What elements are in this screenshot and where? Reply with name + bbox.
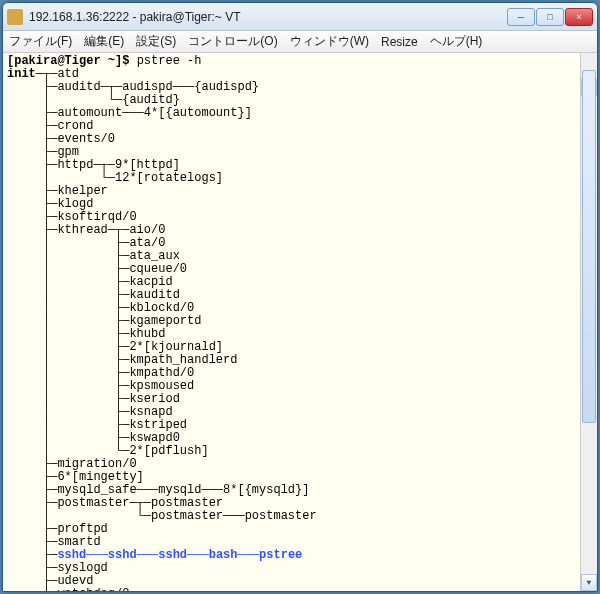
pstree-line: │ ├─ata/0	[7, 236, 165, 250]
pstree-line: │ ├─2*[kjournald]	[7, 340, 223, 354]
pstree-branch: ├─	[7, 548, 57, 562]
pstree-line: │ ├─kpsmoused	[7, 379, 194, 393]
vertical-scrollbar[interactable]: ▲ ▼	[580, 53, 597, 591]
pstree-line: ├─httpd─┬─9*[httpd]	[7, 158, 180, 172]
close-button[interactable]: ×	[565, 8, 593, 26]
window-title: 192.168.1.36:2222 - pakira@Tiger:~ VT	[29, 10, 507, 24]
pstree-line: ├─auditd─┬─audispd───{audispd}	[7, 80, 259, 94]
pstree-line: ├─mysqld_safe───mysqld───8*[{mysqld}]	[7, 483, 309, 497]
pstree-line: │ ├─kauditd	[7, 288, 180, 302]
pstree-line: │ └─{auditd}	[7, 93, 180, 107]
pstree-line: │ ├─kblockd/0	[7, 301, 194, 315]
pstree-line: │ ├─kgameportd	[7, 314, 201, 328]
scroll-track[interactable]	[581, 70, 597, 574]
pstree-line: │ ├─khubd	[7, 327, 165, 341]
tree-dash: ───	[238, 548, 260, 562]
menu-file[interactable]: ファイル(F)	[9, 33, 72, 50]
pstree-line: │ └─12*[rotatelogs]	[7, 171, 223, 185]
proc-sshd: sshd	[108, 548, 137, 562]
menu-bar: ファイル(F) 編集(E) 設定(S) コントロール(O) ウィンドウ(W) R…	[3, 31, 597, 53]
pstree-line: │ ├─kmpath_handlerd	[7, 353, 237, 367]
proc-sshd: sshd	[158, 548, 187, 562]
tree-dash: ───	[187, 548, 209, 562]
pstree-root: init	[7, 67, 36, 81]
pstree-line: ├─klogd	[7, 197, 93, 211]
menu-edit[interactable]: 編集(E)	[84, 33, 124, 50]
pstree-line: ├─gpm	[7, 145, 79, 159]
command: pstree -h	[137, 54, 202, 68]
pstree-line: ├─proftpd	[7, 522, 108, 536]
proc-pstree: pstree	[259, 548, 302, 562]
pstree-line: ├─smartd	[7, 535, 101, 549]
pstree-line: │ ├─kswapd0	[7, 431, 180, 445]
proc-sshd: sshd	[57, 548, 86, 562]
pstree-line: │ └─2*[pdflush]	[7, 444, 209, 458]
pstree-line: ├─syslogd	[7, 561, 108, 575]
pstree-line: ├─ksoftirqd/0	[7, 210, 137, 224]
pstree-line: │ ├─ksnapd	[7, 405, 173, 419]
pstree-line: │ ├─kacpid	[7, 275, 173, 289]
menu-window[interactable]: ウィンドウ(W)	[290, 33, 369, 50]
window-buttons: ─ □ ×	[507, 8, 593, 26]
pstree-line: ├─watchdog/0	[7, 587, 129, 591]
app-icon	[7, 9, 23, 25]
title-bar[interactable]: 192.168.1.36:2222 - pakira@Tiger:~ VT ─ …	[3, 3, 597, 31]
proc-bash: bash	[209, 548, 238, 562]
terminal-output[interactable]: [pakira@Tiger ~]$ pstree -h init─┬─atd ├…	[3, 53, 597, 591]
pstree-line: ├─migration/0	[7, 457, 137, 471]
pstree-line: ├─udevd	[7, 574, 93, 588]
menu-control[interactable]: コントロール(O)	[188, 33, 277, 50]
pstree-line: │ └─postmaster───postmaster	[7, 509, 317, 523]
tree-dash: ───	[137, 548, 159, 562]
pstree-line: │ ├─cqueue/0	[7, 262, 187, 276]
minimize-button[interactable]: ─	[507, 8, 535, 26]
pstree-line: ├─events/0	[7, 132, 115, 146]
pstree-line: ├─khelper	[7, 184, 108, 198]
maximize-button[interactable]: □	[536, 8, 564, 26]
menu-resize[interactable]: Resize	[381, 35, 418, 49]
app-window: 192.168.1.36:2222 - pakira@Tiger:~ VT ─ …	[2, 2, 598, 592]
pstree-line: │ ├─kseriod	[7, 392, 180, 406]
shell-prompt: [pakira@Tiger ~]$	[7, 54, 137, 68]
tree-dash: ───	[86, 548, 108, 562]
pstree-line: │ ├─kmpathd/0	[7, 366, 194, 380]
pstree-line: ├─crond	[7, 119, 93, 133]
menu-help[interactable]: ヘルプ(H)	[430, 33, 483, 50]
pstree-line: ├─postmaster─┬─postmaster	[7, 496, 223, 510]
scroll-thumb[interactable]	[582, 70, 596, 423]
menu-settings[interactable]: 設定(S)	[136, 33, 176, 50]
scroll-down-button[interactable]: ▼	[581, 574, 597, 591]
pstree-line: │ ├─ata_aux	[7, 249, 180, 263]
pstree-line: │ ├─kstriped	[7, 418, 187, 432]
pstree-line: ├─6*[mingetty]	[7, 470, 144, 484]
pstree-line: ├─kthread─┬─aio/0	[7, 223, 165, 237]
pstree-line: ├─automount───4*[{automount}]	[7, 106, 252, 120]
